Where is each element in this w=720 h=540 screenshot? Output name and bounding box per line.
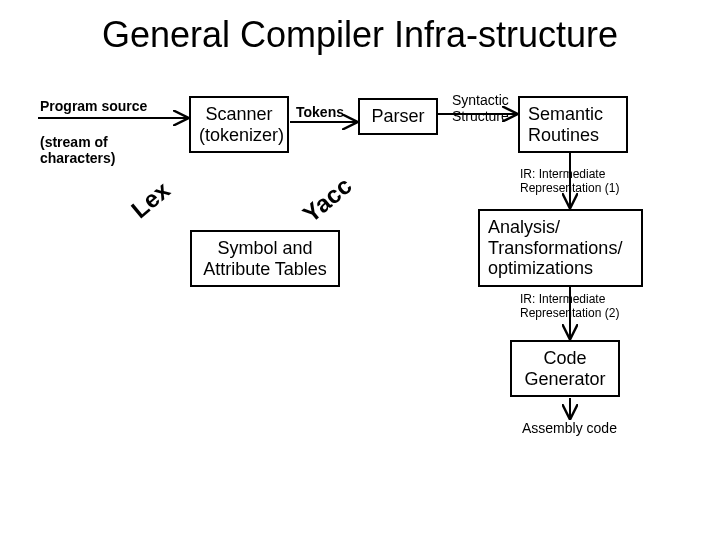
label-lex: Lex xyxy=(126,176,176,224)
label-yacc: Yacc xyxy=(297,172,357,229)
box-symbol-attribute-tables: Symbol and Attribute Tables xyxy=(190,230,340,287)
label-program-source: Program source xyxy=(40,98,147,114)
box-scanner: Scanner (tokenizer) xyxy=(189,96,289,153)
diagram-title: General Compiler Infra-structure xyxy=(0,14,720,56)
label-syntactic-structure: Syntactic Structure xyxy=(452,92,509,124)
label-stream-of-characters: (stream of characters) xyxy=(40,134,116,166)
box-analysis-transformations: Analysis/ Transformations/ optimizations xyxy=(478,209,643,287)
box-parser: Parser xyxy=(358,98,438,135)
label-assembly-code: Assembly code xyxy=(522,420,617,436)
label-ir1: IR: Intermediate Representation (1) xyxy=(520,168,619,196)
label-ir2: IR: Intermediate Representation (2) xyxy=(520,293,619,321)
box-semantic-routines: Semantic Routines xyxy=(518,96,628,153)
label-tokens: Tokens xyxy=(296,104,344,120)
box-code-generator: Code Generator xyxy=(510,340,620,397)
